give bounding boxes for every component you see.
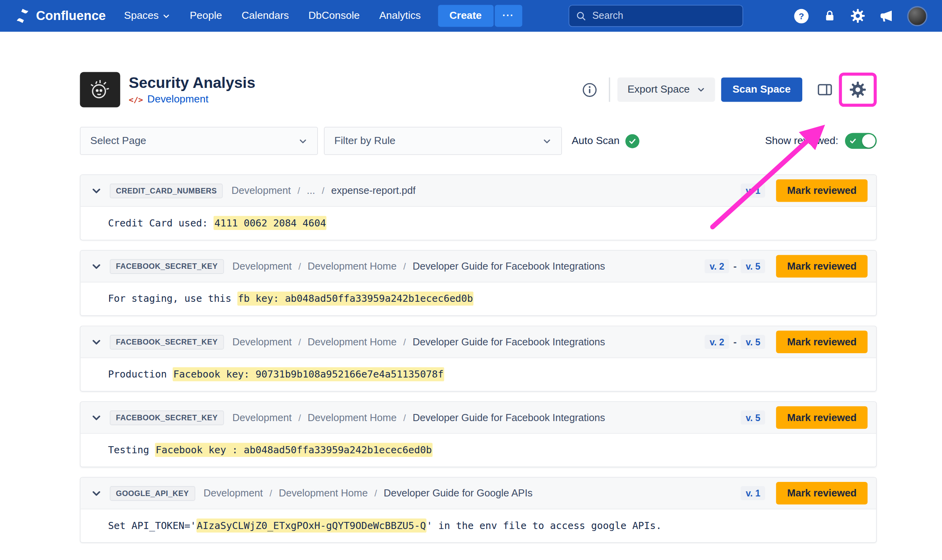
finding-card: FACEBOOK_SECRET_KEY Development/Developm… bbox=[80, 401, 877, 467]
nav-item-label: Calendars bbox=[242, 10, 289, 22]
breadcrumb-item[interactable]: Development bbox=[232, 261, 292, 272]
breadcrumb-item[interactable]: Developer Guide for Facebook Integration… bbox=[413, 412, 605, 423]
help-icon: ? bbox=[793, 7, 810, 24]
finding-text: For staging, use this bbox=[108, 293, 237, 305]
chevron-down-icon bbox=[542, 136, 551, 145]
nav-item-label: Spaces bbox=[124, 10, 159, 22]
sidebar-layout-button[interactable] bbox=[813, 78, 836, 101]
announcements-button[interactable] bbox=[878, 8, 894, 24]
breadcrumb-item[interactable]: Developer Guide for Google APIs bbox=[384, 487, 533, 499]
search-icon bbox=[576, 10, 586, 21]
show-reviewed-toggle[interactable] bbox=[845, 133, 877, 149]
breadcrumb-item[interactable]: Development bbox=[232, 412, 292, 423]
settings-button[interactable] bbox=[850, 8, 865, 24]
version-badge[interactable]: v. 5 bbox=[741, 335, 765, 349]
version-badge[interactable]: v. 2 bbox=[705, 259, 729, 274]
breadcrumb-separator: / bbox=[403, 261, 406, 271]
version-separator: - bbox=[733, 261, 736, 272]
select-page-dropdown[interactable]: Select Page bbox=[80, 127, 318, 155]
finding-text: Set API_TOKEN=' bbox=[108, 520, 196, 531]
svg-text:?: ? bbox=[799, 11, 804, 21]
collapse-caret-button[interactable] bbox=[90, 336, 102, 348]
breadcrumb-item[interactable]: Developer Guide for Facebook Integration… bbox=[413, 336, 605, 348]
highlighted-secret: AIzaSyCLWjZ0_ETxgPOxH-gQYT9ODeWcBBZU5-Q bbox=[196, 518, 427, 533]
nav-item-people[interactable]: People bbox=[190, 10, 222, 22]
breadcrumb-item[interactable]: ... bbox=[307, 185, 315, 197]
version-badges: v. 1 bbox=[741, 184, 765, 198]
info-button[interactable] bbox=[579, 79, 601, 100]
version-badge[interactable]: v. 5 bbox=[741, 410, 765, 425]
chevron-down-icon bbox=[91, 337, 101, 347]
page-root: Confluence Spaces People Calendars DbCon… bbox=[0, 0, 942, 560]
breadcrumb-item[interactable]: Development Home bbox=[308, 336, 397, 348]
rule-badge: FACEBOOK_SECRET_KEY bbox=[110, 259, 224, 274]
confluence-brand[interactable]: Confluence bbox=[15, 8, 106, 24]
version-badge[interactable]: v. 2 bbox=[705, 335, 729, 349]
space-link[interactable]: Development bbox=[147, 93, 208, 106]
annotation-highlight-box bbox=[839, 73, 876, 107]
admin-lock-button[interactable] bbox=[822, 9, 837, 23]
user-avatar[interactable] bbox=[907, 6, 927, 26]
filter-by-rule-dropdown[interactable]: Filter by Rule bbox=[324, 127, 562, 155]
breadcrumb-item[interactable]: Development bbox=[203, 487, 263, 499]
nav-item-label: Analytics bbox=[379, 10, 421, 22]
breadcrumb-item[interactable]: Development Home bbox=[308, 412, 397, 423]
collapse-caret-button[interactable] bbox=[90, 487, 102, 499]
mark-reviewed-button[interactable]: Mark reviewed bbox=[776, 255, 868, 278]
mark-reviewed-button[interactable]: Mark reviewed bbox=[776, 482, 868, 505]
breadcrumb-item[interactable]: expense-report.pdf bbox=[331, 185, 416, 197]
breadcrumb-separator: / bbox=[270, 488, 272, 498]
version-badge[interactable]: v. 1 bbox=[741, 486, 765, 500]
breadcrumb-separator: / bbox=[298, 412, 301, 423]
breadcrumb-item[interactable]: Development bbox=[232, 336, 292, 348]
rule-badge: FACEBOOK_SECRET_KEY bbox=[110, 410, 224, 425]
mark-reviewed-button[interactable]: Mark reviewed bbox=[776, 406, 868, 429]
search-input[interactable] bbox=[591, 10, 736, 22]
breadcrumb-item[interactable]: Development Home bbox=[308, 261, 397, 272]
space-settings-gear-button[interactable] bbox=[845, 77, 870, 102]
breadcrumb-item[interactable]: Development Home bbox=[279, 487, 368, 499]
help-button[interactable]: ? bbox=[793, 7, 810, 24]
filter-row: Select Page Filter by Rule Auto Scan Sho… bbox=[80, 127, 877, 155]
filter-by-rule-label: Filter by Rule bbox=[334, 135, 396, 147]
mark-reviewed-button[interactable]: Mark reviewed bbox=[776, 330, 868, 353]
finding-body: Production Facebook key: 90731b9b108a952… bbox=[80, 358, 876, 391]
breadcrumb-item[interactable]: Development bbox=[232, 185, 291, 197]
export-space-button[interactable]: Export Space bbox=[618, 77, 715, 102]
create-more-button[interactable]: ··· bbox=[495, 5, 522, 27]
breadcrumb-separator: / bbox=[403, 412, 406, 423]
finding-body: Credit Card used: 4111 0062 2084 4604 bbox=[80, 207, 876, 240]
version-badge[interactable]: v. 1 bbox=[741, 184, 765, 198]
nav-item-spaces[interactable]: Spaces bbox=[124, 10, 170, 22]
info-icon bbox=[582, 82, 598, 97]
gear-icon bbox=[850, 8, 865, 24]
search-box bbox=[568, 5, 743, 27]
lock-icon bbox=[822, 9, 837, 23]
auto-scan-label: Auto Scan bbox=[571, 135, 619, 147]
finding-card: GOOGLE_API_KEY Development/Development H… bbox=[80, 477, 877, 543]
finding-body: For staging, use this fb key: ab048ad50f… bbox=[80, 283, 876, 316]
mark-reviewed-button[interactable]: Mark reviewed bbox=[776, 179, 868, 202]
nav-item-dbconsole[interactable]: DbConsole bbox=[309, 10, 360, 22]
finding-text: Testing bbox=[108, 444, 155, 456]
collapse-caret-button[interactable] bbox=[90, 184, 102, 197]
rule-badge: CREDIT_CARD_NUMBERS bbox=[110, 183, 223, 198]
nav-item-analytics[interactable]: Analytics bbox=[379, 10, 421, 22]
nav-item-calendars[interactable]: Calendars bbox=[242, 10, 289, 22]
chevron-down-icon bbox=[162, 12, 170, 20]
version-badge[interactable]: v. 5 bbox=[741, 259, 765, 274]
breadcrumb-item[interactable]: Developer Guide for Facebook Integration… bbox=[413, 261, 605, 272]
collapse-caret-button[interactable] bbox=[90, 260, 102, 272]
version-badges: v. 1 bbox=[741, 486, 765, 500]
create-button[interactable]: Create bbox=[438, 5, 493, 27]
breadcrumb-separator: / bbox=[403, 337, 406, 347]
create-button-group: Create ··· bbox=[438, 5, 522, 27]
findings-list: CREDIT_CARD_NUMBERS Development/.../expe… bbox=[80, 175, 877, 543]
version-badges: v. 5 bbox=[741, 410, 765, 425]
finding-body: Testing Facebook key : ab048ad50ffa33959… bbox=[80, 434, 876, 467]
auto-scan-check-badge bbox=[626, 134, 640, 148]
collapse-caret-button[interactable] bbox=[90, 411, 102, 423]
scan-space-button[interactable]: Scan Space bbox=[721, 77, 802, 102]
highlighted-secret: 4111 0062 2084 4604 bbox=[214, 216, 327, 230]
breadcrumb-separator: / bbox=[298, 261, 301, 271]
